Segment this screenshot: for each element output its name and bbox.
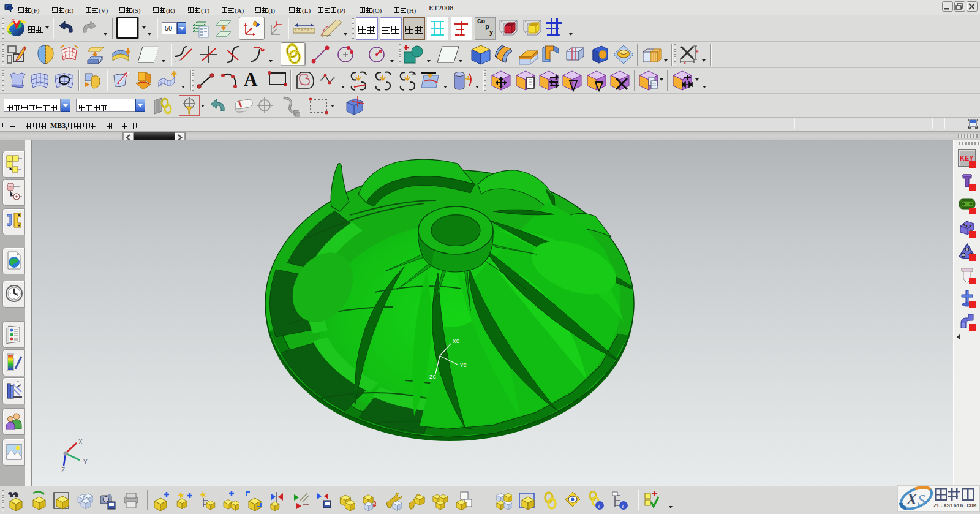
svg-text:Y: Y xyxy=(83,459,88,466)
svg-text:i: i xyxy=(622,502,624,509)
svg-text:XC: XC xyxy=(453,339,459,345)
svg-text:x: x xyxy=(684,60,687,65)
svg-text:i: i xyxy=(598,502,600,509)
svg-text:YC: YC xyxy=(460,363,467,369)
svg-text:X: X xyxy=(906,490,918,508)
svg-text:ZC: ZC xyxy=(429,374,436,380)
svg-text:X: X xyxy=(78,439,83,445)
svg-text:x: x xyxy=(696,48,699,54)
svg-text:Z: Z xyxy=(61,467,65,474)
svg-text:S: S xyxy=(918,491,925,509)
